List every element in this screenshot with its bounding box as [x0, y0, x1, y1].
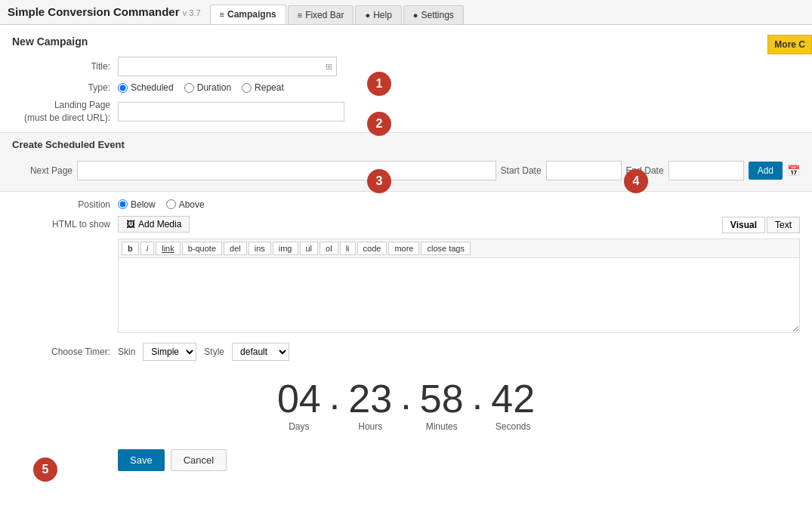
text-tab[interactable]: Text	[767, 217, 800, 233]
fixed-bar-icon: ≡	[298, 11, 302, 20]
toolbar-ol[interactable]: ol	[320, 242, 338, 255]
type-repeat-label: Repeat	[255, 82, 284, 93]
countdown-seconds-label: Seconds	[496, 421, 531, 432]
skin-select[interactable]: Simple Dark Light	[143, 343, 196, 361]
type-radio-group: Scheduled Duration Repeat	[118, 82, 284, 93]
toolbar-bold[interactable]: b	[122, 242, 139, 255]
position-below-label: Below	[131, 199, 156, 210]
countdown-days-label: Days	[289, 421, 309, 432]
html-row: HTML to show 🖼 Add Media Visual Text b i…	[12, 216, 800, 335]
style-select[interactable]: default minimal modern	[232, 343, 289, 361]
title-row: Title: ⊞	[12, 57, 800, 76]
position-above-radio[interactable]	[166, 199, 176, 209]
more-c-button[interactable]: More C	[767, 35, 812, 54]
countdown-minutes-label: Minutes	[426, 421, 458, 432]
app-window: Simple Conversion Commander v 3.7 ≡ Camp…	[0, 0, 812, 530]
visual-tab[interactable]: Visual	[722, 217, 765, 233]
title-label: Title:	[12, 61, 118, 72]
toolbar-bquote[interactable]: b-quote	[182, 242, 222, 255]
type-scheduled-radio[interactable]	[118, 83, 128, 93]
countdown-hours-label: Hours	[358, 421, 382, 432]
toolbar-italic[interactable]: i	[140, 242, 154, 255]
save-button[interactable]: Save	[118, 449, 165, 471]
type-repeat-radio[interactable]	[242, 83, 252, 93]
tab-fixed-bar[interactable]: ≡ Fixed Bar	[288, 5, 354, 24]
tab-campaigns[interactable]: ≡ Campaigns	[210, 5, 286, 24]
countdown-seconds: 42 Seconds	[483, 379, 543, 432]
tab-help[interactable]: ● Help	[355, 5, 401, 24]
timer-controls: Skin Simple Dark Light Style default min…	[118, 343, 289, 361]
countdown-minutes: 58 Minutes	[412, 379, 472, 432]
end-date-input[interactable]	[668, 161, 744, 180]
app-title-text: Simple Conversion Commander	[8, 5, 180, 18]
toolbar-li[interactable]: li	[340, 242, 356, 255]
app-version: v 3.7	[183, 8, 201, 17]
toolbar-img[interactable]: img	[273, 242, 298, 255]
countdown-display: 04 Days . 23 Hours . 58 Minutes . 42 Sec…	[12, 368, 800, 436]
skin-label: Skin	[118, 347, 135, 357]
landing-page-label: Landing Page(must be direct URL):	[12, 99, 118, 125]
position-below-radio[interactable]	[118, 199, 128, 209]
position-below[interactable]: Below	[118, 199, 156, 210]
main-content: New Campaign Title: ⊞ Type: Scheduled Du…	[0, 25, 812, 482]
scheduled-event-title: Create Scheduled Event	[12, 139, 800, 150]
tab-fixed-bar-label: Fixed Bar	[305, 10, 344, 20]
toolbar-more[interactable]: more	[388, 242, 419, 255]
add-media-button[interactable]: 🖼 Add Media	[118, 216, 190, 233]
next-page-label: Next Page	[12, 165, 73, 176]
toolbar-link[interactable]: link	[156, 242, 181, 255]
position-label: Position	[12, 199, 118, 210]
countdown-sep-1: .	[329, 376, 340, 432]
settings-icon: ●	[413, 11, 418, 20]
title-bar: Simple Conversion Commander v 3.7 ≡ Camp…	[0, 0, 812, 25]
app-title: Simple Conversion Commander v 3.7	[8, 5, 210, 24]
type-duration-radio[interactable]	[184, 83, 194, 93]
event-row: Next Page Start Date End Date Add 📅	[12, 156, 800, 185]
position-above[interactable]: Above	[166, 199, 205, 210]
end-date-label: End Date	[626, 165, 664, 176]
timer-label: Choose Timer:	[12, 347, 118, 357]
countdown-sep-3: .	[472, 376, 483, 432]
countdown-days: 04 Days	[269, 379, 329, 432]
calendar-icon[interactable]: 📅	[787, 165, 800, 177]
type-repeat[interactable]: Repeat	[242, 82, 284, 93]
html-editor-textarea[interactable]	[118, 257, 800, 333]
tab-bar: ≡ Campaigns ≡ Fixed Bar ● Help ● Setting…	[210, 5, 464, 24]
tab-campaigns-label: Campaigns	[227, 9, 276, 20]
position-row: Position Below Above	[12, 199, 800, 210]
timer-row: Choose Timer: Skin Simple Dark Light Sty…	[12, 343, 800, 361]
toolbar-del[interactable]: del	[224, 242, 247, 255]
tab-settings-label: Settings	[421, 10, 453, 20]
cancel-button[interactable]: Cancel	[171, 449, 227, 471]
next-page-input[interactable]	[77, 161, 496, 180]
countdown-hours-value: 23	[348, 379, 392, 418]
tab-settings[interactable]: ● Settings	[403, 5, 464, 24]
landing-page-input[interactable]	[118, 102, 344, 122]
title-input-wrap: ⊞	[118, 57, 337, 76]
expand-icon: ⊞	[326, 62, 332, 72]
countdown-days-value: 04	[277, 379, 321, 418]
start-date-input[interactable]	[546, 161, 622, 180]
visual-text-tabs: Visual Text	[722, 217, 800, 233]
type-duration[interactable]: Duration	[184, 82, 231, 93]
countdown-hours: 23 Hours	[340, 379, 400, 432]
toolbar-ul[interactable]: ul	[300, 242, 319, 255]
toolbar-code[interactable]: code	[357, 242, 387, 255]
type-label: Type:	[12, 82, 118, 93]
position-above-label: Above	[179, 199, 205, 210]
toolbar-ins[interactable]: ins	[249, 242, 271, 255]
landing-page-row: Landing Page(must be direct URL):	[12, 99, 800, 125]
new-campaign-title: New Campaign	[12, 35, 800, 48]
scheduled-event-section: Create Scheduled Event Next Page Start D…	[0, 132, 812, 192]
start-date-label: Start Date	[501, 165, 542, 176]
html-editor-wrap: 🖼 Add Media Visual Text b i link b-quote…	[118, 216, 800, 335]
title-input[interactable]	[118, 57, 337, 76]
add-button[interactable]: Add	[749, 162, 783, 180]
type-scheduled-label: Scheduled	[131, 82, 174, 93]
editor-toolbar: b i link b-quote del ins img ul ol li co…	[118, 239, 800, 257]
toolbar-close-tags[interactable]: close tags	[421, 242, 471, 255]
html-label: HTML to show	[12, 216, 118, 230]
campaigns-icon: ≡	[220, 10, 224, 19]
type-scheduled[interactable]: Scheduled	[118, 82, 174, 93]
countdown-minutes-value: 58	[420, 379, 464, 418]
